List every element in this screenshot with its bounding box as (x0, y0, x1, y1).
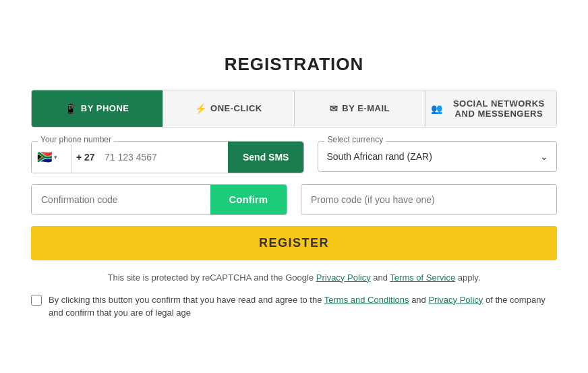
flag-chevron-icon: ▾ (54, 154, 57, 161)
confirmation-code-input[interactable] (32, 185, 210, 214)
send-sms-button[interactable]: Send SMS (228, 142, 303, 173)
currency-select-group[interactable]: South African rand (ZAR) ⌄ (318, 141, 557, 172)
terms-text: By clicking this button you confirm that… (49, 293, 557, 320)
tab-one-click[interactable]: ⚡ ONE-CLICK (163, 90, 295, 127)
recaptcha-notice: This site is protected by reCAPTCHA and … (31, 272, 557, 283)
terms-checkbox[interactable] (31, 295, 42, 306)
flag-emoji: 🇿🇦 (37, 150, 52, 165)
terms-of-service-link[interactable]: Terms of Service (390, 272, 455, 283)
confirmation-promo-row: Confirm (31, 184, 557, 215)
currency-group: Select currency South African rand (ZAR)… (318, 141, 557, 173)
currency-label: Select currency (324, 135, 386, 144)
phone-group: Your phone number 🇿🇦 ▾ + 27 Send SMS (31, 141, 304, 173)
terms-and-conditions-link[interactable]: Terms and Conditions (324, 295, 409, 305)
registration-tabs: 📱 BY PHONE ⚡ ONE-CLICK ✉ BY E-MAIL 👥 SOC… (31, 90, 557, 127)
email-icon: ✉ (330, 103, 339, 114)
tab-by-email[interactable]: ✉ BY E-MAIL (295, 90, 426, 127)
recaptcha-text: This site is protected by reCAPTCHA and … (107, 272, 316, 283)
tab-one-click-label: ONE-CLICK (210, 103, 262, 113)
phone-input[interactable] (99, 142, 228, 173)
registration-container: REGISTRATION 📱 BY PHONE ⚡ ONE-CLICK ✉ BY… (4, 34, 584, 340)
register-button[interactable]: REGISTER (31, 226, 557, 260)
phone-input-group: 🇿🇦 ▾ + 27 Send SMS (31, 141, 304, 173)
page-title: REGISTRATION (31, 54, 557, 75)
tab-by-phone[interactable]: 📱 BY PHONE (32, 90, 163, 127)
phone-label: Your phone number (38, 135, 114, 144)
terms-privacy-policy-link[interactable]: Privacy Policy (428, 295, 483, 305)
tab-social-label: SOCIAL NETWORKS AND MESSENGERS (447, 98, 551, 119)
confirm-button[interactable]: Confirm (210, 185, 287, 214)
social-icon: 👥 (431, 103, 443, 114)
flag-select[interactable]: 🇿🇦 ▾ (32, 142, 72, 173)
currency-chevron-icon: ⌄ (540, 151, 548, 162)
promo-input-group (301, 184, 557, 215)
confirmation-input-group: Confirm (31, 184, 287, 215)
privacy-policy-link[interactable]: Privacy Policy (316, 272, 371, 283)
promo-group (301, 184, 557, 215)
tab-by-email-label: BY E-MAIL (342, 103, 390, 113)
terms-row: By clicking this button you confirm that… (31, 293, 557, 320)
country-code: + 27 (72, 152, 99, 163)
confirmation-group: Confirm (31, 184, 287, 215)
phone-icon: 📱 (65, 103, 77, 114)
lightning-icon: ⚡ (195, 103, 207, 114)
tab-social-networks[interactable]: 👥 SOCIAL NETWORKS AND MESSENGERS (425, 90, 556, 127)
tab-by-phone-label: BY PHONE (81, 103, 129, 113)
phone-currency-row: Your phone number 🇿🇦 ▾ + 27 Send SMS Sel… (31, 141, 557, 173)
promo-code-input[interactable] (301, 194, 556, 205)
currency-selected: South African rand (ZAR) (326, 151, 540, 162)
